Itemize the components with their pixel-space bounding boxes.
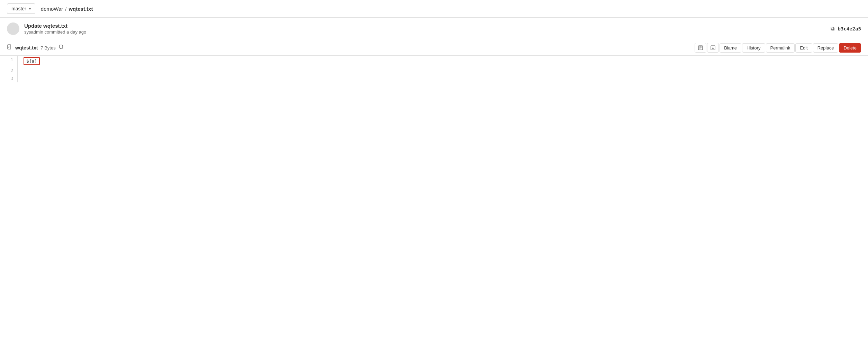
- edit-button[interactable]: Edit: [795, 43, 812, 53]
- file-name: wqtest.txt: [15, 45, 38, 51]
- file-type-icon: [7, 44, 12, 51]
- history-button[interactable]: History: [742, 43, 765, 53]
- code-line-1: 1 ${a}: [0, 56, 868, 66]
- commit-message: Update wqtest.txt: [24, 23, 831, 29]
- top-bar: master ▾ demoWar / wqtest.txt: [0, 0, 868, 18]
- line-separator-2: [17, 66, 18, 74]
- line-number-2: 2: [0, 66, 17, 74]
- branch-selector[interactable]: master ▾: [7, 3, 35, 14]
- delete-button[interactable]: Delete: [839, 43, 861, 53]
- avatar: [7, 22, 19, 35]
- blame-button[interactable]: Blame: [720, 43, 741, 53]
- copy-file-icon[interactable]: [58, 44, 64, 51]
- branch-name: master: [11, 6, 26, 11]
- copy-hash-icon[interactable]: ⧉: [831, 26, 834, 32]
- breadcrumb: demoWar / wqtest.txt: [41, 6, 93, 12]
- download-button[interactable]: [707, 43, 719, 53]
- code-view: 1 ${a} 2 3: [0, 56, 868, 82]
- code-line-3: 3: [0, 74, 868, 82]
- line-content-2: [21, 66, 868, 74]
- commit-hash-area: ⧉ b3c4e2a5: [831, 26, 861, 32]
- breadcrumb-file: wqtest.txt: [69, 6, 93, 12]
- breadcrumb-repo: demoWar: [41, 6, 63, 12]
- line-content-3: [21, 74, 868, 82]
- breadcrumb-separator: /: [65, 6, 66, 12]
- commit-info: Update wqtest.txt sysadmin committed a d…: [24, 23, 831, 35]
- line-separator-3: [17, 74, 18, 82]
- svg-rect-5: [60, 45, 62, 48]
- commit-bar: Update wqtest.txt sysadmin committed a d…: [0, 18, 868, 40]
- file-size: 7 Bytes: [40, 45, 55, 51]
- line-content-1: ${a}: [21, 56, 868, 66]
- raw-button[interactable]: [695, 43, 706, 53]
- commit-hash: b3c4e2a5: [838, 26, 861, 31]
- code-line-2: 2: [0, 66, 868, 74]
- highlighted-code: ${a}: [24, 57, 40, 65]
- replace-button[interactable]: Replace: [813, 43, 839, 53]
- line-separator: [17, 56, 18, 66]
- commit-meta: sysadmin committed a day ago: [24, 29, 831, 35]
- chevron-down-icon: ▾: [29, 7, 31, 11]
- file-toolbar: wqtest.txt 7 Bytes Blame History Permali…: [0, 40, 868, 56]
- file-toolbar-right: Blame History Permalink Edit Replace Del…: [695, 43, 861, 53]
- line-number-3: 3: [0, 74, 17, 82]
- permalink-button[interactable]: Permalink: [766, 43, 795, 53]
- line-number-1: 1: [0, 56, 17, 64]
